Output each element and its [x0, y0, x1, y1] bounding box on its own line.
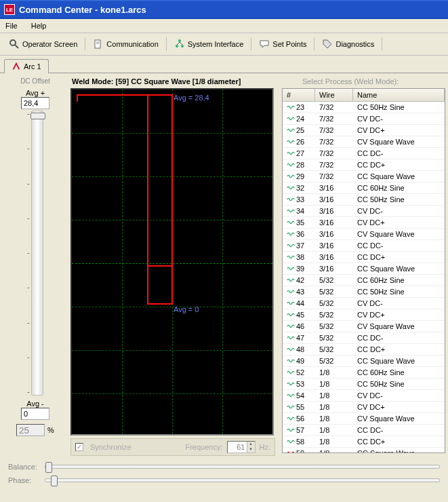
table-row[interactable]: 333/16CC 50Hz Sine — [283, 194, 445, 206]
spin-down[interactable]: ▼ — [247, 447, 255, 452]
row-wire: 7/32 — [315, 149, 353, 158]
tab-communication[interactable]: Communication — [88, 36, 163, 52]
sub-tabs: Arc 1 — [0, 56, 448, 73]
wave-icon — [287, 115, 295, 122]
plot-label-avg-zero: Avg = 0 — [174, 305, 199, 313]
wave-icon — [287, 300, 295, 307]
table-row[interactable]: 521/8CC 60Hz Sine — [283, 367, 445, 379]
table-row[interactable]: 373/16CC DC- — [283, 240, 445, 252]
avg-minus-input[interactable] — [21, 408, 49, 420]
waveform-path — [72, 90, 275, 437]
row-wire: 3/16 — [315, 195, 353, 204]
table-row[interactable]: 393/16CC Square Wave — [283, 263, 445, 275]
toolbar-divider — [166, 37, 167, 51]
table-row[interactable]: 267/32CV Square Wave — [283, 136, 445, 148]
row-wire: 1/8 — [315, 391, 353, 400]
row-name: CC 60Hz Sine — [353, 368, 445, 377]
table-row[interactable]: 257/32CV DC+ — [283, 125, 445, 136]
table-row[interactable]: 465/32CV Square Wave — [283, 321, 445, 332]
table-row[interactable]: 425/32CC 60Hz Sine — [283, 275, 445, 286]
avg-plus-input[interactable] — [21, 97, 49, 109]
row-wire: 5/32 — [315, 345, 353, 354]
subtab-arc1[interactable]: Arc 1 — [4, 59, 49, 73]
table-row[interactable]: 237/32CC 50Hz Sine — [283, 102, 445, 113]
table-row[interactable]: 445/32CV DC- — [283, 298, 445, 309]
weld-mode-label: Weld Mode: [59] CC Square Wave [1/8 diam… — [70, 76, 275, 88]
phase-thumb[interactable] — [51, 476, 58, 486]
row-wire: 7/32 — [315, 172, 353, 181]
table-row[interactable]: 383/16CC DC+ — [283, 252, 445, 263]
percent-sign: % — [47, 426, 54, 434]
magnifier-icon — [9, 39, 20, 50]
wave-icon — [287, 127, 295, 134]
phase-slider[interactable] — [45, 478, 440, 482]
wave-icon — [287, 196, 295, 203]
table-row[interactable]: 485/32CC DC+ — [283, 344, 445, 355]
synchronize-checkbox[interactable]: ✓ — [75, 443, 83, 451]
table-row[interactable]: 455/32CV DC+ — [283, 309, 445, 321]
table-row[interactable]: 323/16CC 60Hz Sine — [283, 182, 445, 194]
phase-label: Phase: — [8, 476, 39, 484]
window-title: Command Center - kone1.arcs — [19, 5, 146, 15]
table-row[interactable]: 531/8CC 50Hz Sine — [283, 379, 445, 390]
table-row[interactable]: 353/16CV DC+ — [283, 217, 445, 229]
menu-help[interactable]: Help — [28, 20, 49, 31]
col-name[interactable]: Name — [353, 89, 445, 101]
tab-operator-screen[interactable]: Operator Screen — [4, 36, 82, 52]
process-grid[interactable]: # Wire Name 237/32CC 50Hz Sine247/32CV D… — [282, 88, 445, 453]
document-icon — [93, 39, 104, 50]
row-name: CV Square Wave — [353, 414, 445, 423]
row-name: CC Square Wave — [353, 448, 445, 453]
row-wire: 5/32 — [315, 310, 353, 320]
svg-point-5 — [178, 39, 181, 42]
menu-file[interactable]: File — [3, 20, 20, 31]
col-wire[interactable]: Wire — [315, 89, 353, 101]
tab-operator-label: Operator Screen — [22, 40, 77, 48]
table-row[interactable]: 561/8CV Square Wave — [283, 413, 445, 425]
table-row[interactable]: 541/8CV DC- — [283, 390, 445, 402]
table-row[interactable]: 495/32CC Square Wave — [283, 355, 445, 367]
table-row[interactable]: 475/32CC DC- — [283, 332, 445, 344]
table-row[interactable]: 363/16CV Square Wave — [283, 229, 445, 240]
table-row[interactable]: 297/32CC Square Wave — [283, 171, 445, 182]
table-row[interactable]: 435/32CC 50Hz Sine — [283, 286, 445, 298]
svg-rect-2 — [95, 40, 100, 48]
wave-icon — [287, 219, 295, 226]
row-num: 53 — [296, 380, 304, 388]
table-row[interactable]: 591/8CC Square Wave — [283, 448, 445, 453]
slider-thumb[interactable] — [30, 113, 45, 119]
wave-icon — [287, 150, 295, 157]
row-wire: 1/8 — [315, 414, 353, 423]
row-name: CC Square Wave — [353, 264, 445, 273]
table-row[interactable]: 581/8CC DC+ — [283, 436, 445, 448]
table-row[interactable]: 571/8CC DC- — [283, 425, 445, 436]
grid-header: # Wire Name — [283, 89, 445, 102]
tab-diagnostics[interactable]: Diagnostics — [317, 36, 379, 52]
table-row[interactable]: 277/32CC DC- — [283, 148, 445, 159]
row-name: CC DC+ — [353, 437, 445, 446]
row-name: CV DC- — [353, 298, 445, 308]
row-wire: 5/32 — [315, 287, 353, 296]
table-row[interactable]: 551/8CV DC+ — [283, 402, 445, 413]
spin-up[interactable]: ▲ — [247, 442, 255, 447]
menubar: File Help — [0, 19, 448, 33]
row-name: CC DC+ — [353, 160, 445, 170]
table-row[interactable]: 247/32CV DC- — [283, 113, 445, 125]
tab-set-points[interactable]: Set Points — [254, 36, 311, 52]
wave-icon — [287, 265, 295, 272]
row-name: CV Square Wave — [353, 137, 445, 147]
row-wire: 3/16 — [315, 206, 353, 216]
balance-thumb[interactable] — [45, 462, 52, 473]
row-num: 49 — [296, 357, 304, 365]
dc-offset-slider[interactable] — [31, 111, 43, 395]
avg-minus-label: Avg - — [26, 400, 43, 408]
row-name: CC 50Hz Sine — [353, 195, 445, 204]
balance-slider[interactable] — [45, 465, 440, 469]
col-num[interactable]: # — [283, 89, 315, 101]
tab-system-interface[interactable]: System Interface — [169, 36, 249, 52]
frequency-spinner[interactable]: ▲▼ — [227, 441, 256, 453]
wave-icon — [287, 104, 295, 111]
table-row[interactable]: 287/32CC DC+ — [283, 159, 445, 171]
row-num: 24 — [296, 115, 304, 123]
table-row[interactable]: 343/16CV DC- — [283, 206, 445, 217]
